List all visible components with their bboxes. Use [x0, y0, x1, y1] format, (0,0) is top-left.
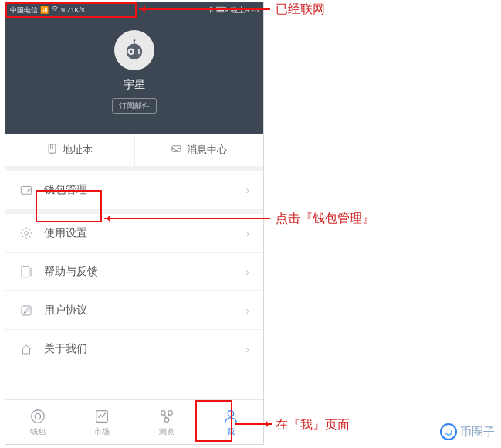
row-agreement[interactable]: 用户协议 › [5, 291, 263, 330]
quick-row: 地址本 消息中心 [5, 134, 263, 171]
signal-icon: 📶 [40, 6, 49, 14]
svg-rect-12 [28, 189, 32, 192]
row-about[interactable]: 关于我们 › [5, 330, 263, 368]
nav-market-label: 市场 [94, 426, 110, 437]
about-label: 关于我们 [44, 342, 245, 356]
status-left: 中国电信 📶 9.71K/s [10, 5, 85, 15]
anno-arrow-me [235, 423, 272, 425]
anno-arrow-status [139, 8, 270, 10]
anno-text-click-wallet: 点击『钱包管理』 [276, 211, 374, 227]
settings-label: 使用设置 [44, 226, 245, 240]
svg-point-22 [164, 417, 169, 422]
chevron-right-icon: › [245, 266, 249, 278]
agreement-label: 用户协议 [44, 304, 245, 317]
avatar-robot-icon [121, 37, 147, 63]
battery-icon [216, 6, 228, 15]
message-center-item[interactable]: 消息中心 [134, 134, 264, 166]
address-book-item[interactable]: 地址本 [5, 134, 134, 166]
status-right: 晚上9:25 [207, 5, 259, 15]
nav-me-icon [222, 408, 239, 425]
home-icon [19, 342, 33, 356]
svg-point-23 [228, 410, 234, 416]
anno-arrow-wallet [104, 218, 270, 219]
status-bar: 中国电信 📶 9.71K/s 晚上9:25 [5, 2, 263, 18]
bluetooth-icon [207, 6, 214, 15]
username: 宇星 [124, 78, 145, 92]
chevron-right-icon: › [245, 343, 249, 355]
gear-icon [19, 226, 33, 240]
subscribe-mail-button[interactable]: 订阅邮件 [112, 98, 157, 114]
carrier-text: 中国电信 [10, 5, 38, 15]
svg-rect-14 [22, 266, 29, 277]
bottom-nav: 钱包 市场 浏览 我 [5, 399, 263, 444]
chevron-right-icon: › [245, 304, 249, 317]
svg-point-17 [32, 409, 45, 423]
nav-browse-icon [158, 408, 175, 425]
svg-point-8 [134, 39, 136, 42]
nav-me-label: 我 [227, 426, 235, 437]
net-speed: 9.71K/s [61, 6, 85, 14]
chevron-right-icon: › [245, 184, 249, 196]
nav-wallet-label: 钱包 [30, 426, 46, 437]
nav-me[interactable]: 我 [199, 400, 264, 444]
nav-browse-label: 浏览 [159, 426, 174, 437]
inbox-icon [171, 143, 182, 157]
help-icon [19, 265, 33, 279]
chevron-right-icon: › [245, 227, 249, 239]
nav-wallet[interactable]: 钱包 [5, 400, 70, 444]
anno-text-on-me: 在『我』页面 [276, 417, 350, 433]
phone-frame: 中国电信 📶 9.71K/s 晚上9:25 [5, 2, 264, 445]
svg-rect-11 [21, 186, 32, 194]
profile-header: 宇星 订阅邮件 [5, 18, 263, 134]
nav-wallet-icon [29, 408, 46, 425]
menu-list: 钱包管理 › 使用设置 › 帮助与反馈 › 用户协议 › [5, 171, 263, 368]
svg-rect-16 [22, 306, 31, 315]
svg-point-5 [130, 50, 132, 53]
avatar[interactable] [114, 30, 154, 70]
svg-rect-6 [138, 49, 140, 54]
clock-text: 晚上9:25 [231, 5, 259, 15]
edit-icon [19, 304, 33, 317]
nav-browse[interactable]: 浏览 [134, 400, 199, 444]
wallet-manage-label: 钱包管理 [44, 183, 245, 197]
nav-market[interactable]: 市场 [70, 400, 135, 444]
watermark-text: 币圈子 [460, 425, 495, 440]
nav-market-icon [93, 408, 110, 425]
wifi-icon [51, 5, 59, 15]
watermark: 币圈子 [440, 423, 495, 440]
help-label: 帮助与反馈 [44, 265, 245, 279]
bookmark-icon [46, 143, 58, 157]
svg-point-18 [35, 413, 40, 419]
row-help[interactable]: 帮助与反馈 › [5, 253, 263, 291]
watermark-logo-icon [440, 423, 457, 440]
address-book-label: 地址本 [63, 143, 93, 157]
row-wallet-manage[interactable]: 钱包管理 › [5, 171, 263, 209]
svg-point-13 [25, 231, 29, 235]
row-settings[interactable]: 使用设置 › [5, 214, 263, 253]
anno-text-networked: 已经联网 [276, 2, 325, 18]
wallet-icon [19, 183, 33, 197]
message-center-label: 消息中心 [187, 143, 227, 157]
